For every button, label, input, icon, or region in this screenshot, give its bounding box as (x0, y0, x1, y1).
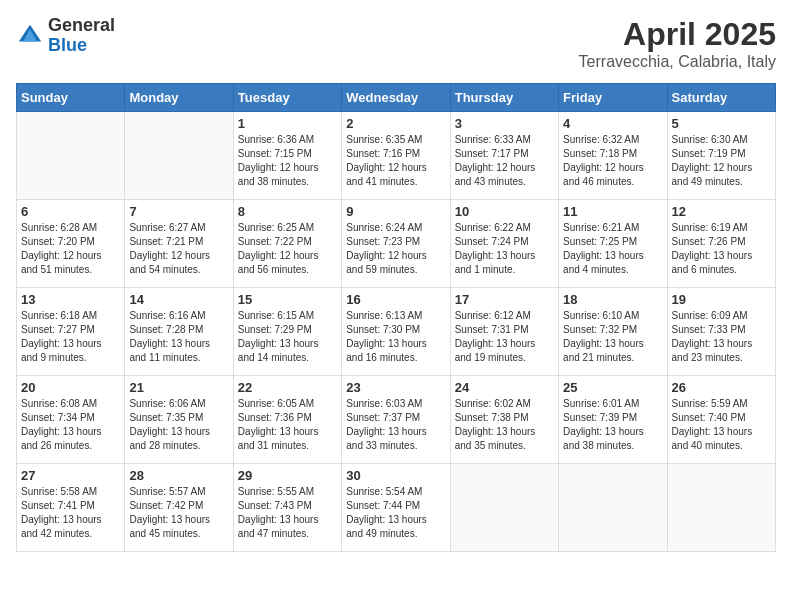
calendar-cell: 6Sunrise: 6:28 AM Sunset: 7:20 PM Daylig… (17, 200, 125, 288)
logo-text: General Blue (48, 16, 115, 56)
logo: General Blue (16, 16, 115, 56)
calendar-cell: 16Sunrise: 6:13 AM Sunset: 7:30 PM Dayli… (342, 288, 450, 376)
day-info: Sunrise: 6:10 AM Sunset: 7:32 PM Dayligh… (563, 309, 662, 365)
calendar-cell: 9Sunrise: 6:24 AM Sunset: 7:23 PM Daylig… (342, 200, 450, 288)
calendar-cell: 24Sunrise: 6:02 AM Sunset: 7:38 PM Dayli… (450, 376, 558, 464)
day-info: Sunrise: 6:16 AM Sunset: 7:28 PM Dayligh… (129, 309, 228, 365)
calendar-cell: 30Sunrise: 5:54 AM Sunset: 7:44 PM Dayli… (342, 464, 450, 552)
calendar-cell: 21Sunrise: 6:06 AM Sunset: 7:35 PM Dayli… (125, 376, 233, 464)
day-number: 20 (21, 380, 120, 395)
calendar-cell: 18Sunrise: 6:10 AM Sunset: 7:32 PM Dayli… (559, 288, 667, 376)
day-number: 1 (238, 116, 337, 131)
calendar-header-sunday: Sunday (17, 84, 125, 112)
calendar-cell: 8Sunrise: 6:25 AM Sunset: 7:22 PM Daylig… (233, 200, 341, 288)
day-number: 6 (21, 204, 120, 219)
calendar-cell: 19Sunrise: 6:09 AM Sunset: 7:33 PM Dayli… (667, 288, 775, 376)
calendar-cell: 25Sunrise: 6:01 AM Sunset: 7:39 PM Dayli… (559, 376, 667, 464)
day-number: 25 (563, 380, 662, 395)
day-info: Sunrise: 6:05 AM Sunset: 7:36 PM Dayligh… (238, 397, 337, 453)
calendar-cell: 7Sunrise: 6:27 AM Sunset: 7:21 PM Daylig… (125, 200, 233, 288)
day-info: Sunrise: 6:09 AM Sunset: 7:33 PM Dayligh… (672, 309, 771, 365)
calendar-cell: 20Sunrise: 6:08 AM Sunset: 7:34 PM Dayli… (17, 376, 125, 464)
day-number: 12 (672, 204, 771, 219)
title-area: April 2025 Terravecchia, Calabria, Italy (579, 16, 776, 71)
calendar-cell: 17Sunrise: 6:12 AM Sunset: 7:31 PM Dayli… (450, 288, 558, 376)
day-number: 10 (455, 204, 554, 219)
calendar-cell: 26Sunrise: 5:59 AM Sunset: 7:40 PM Dayli… (667, 376, 775, 464)
calendar-cell: 1Sunrise: 6:36 AM Sunset: 7:15 PM Daylig… (233, 112, 341, 200)
day-number: 14 (129, 292, 228, 307)
day-info: Sunrise: 6:24 AM Sunset: 7:23 PM Dayligh… (346, 221, 445, 277)
month-title: April 2025 (579, 16, 776, 53)
calendar-header-tuesday: Tuesday (233, 84, 341, 112)
calendar-header-friday: Friday (559, 84, 667, 112)
day-info: Sunrise: 6:18 AM Sunset: 7:27 PM Dayligh… (21, 309, 120, 365)
day-info: Sunrise: 6:35 AM Sunset: 7:16 PM Dayligh… (346, 133, 445, 189)
day-number: 11 (563, 204, 662, 219)
week-row-5: 27Sunrise: 5:58 AM Sunset: 7:41 PM Dayli… (17, 464, 776, 552)
day-number: 26 (672, 380, 771, 395)
day-info: Sunrise: 6:01 AM Sunset: 7:39 PM Dayligh… (563, 397, 662, 453)
day-info: Sunrise: 5:57 AM Sunset: 7:42 PM Dayligh… (129, 485, 228, 541)
logo-blue-text: Blue (48, 36, 115, 56)
calendar-header-thursday: Thursday (450, 84, 558, 112)
day-number: 30 (346, 468, 445, 483)
day-info: Sunrise: 6:32 AM Sunset: 7:18 PM Dayligh… (563, 133, 662, 189)
day-number: 9 (346, 204, 445, 219)
day-number: 22 (238, 380, 337, 395)
day-number: 17 (455, 292, 554, 307)
day-info: Sunrise: 6:19 AM Sunset: 7:26 PM Dayligh… (672, 221, 771, 277)
calendar-header-wednesday: Wednesday (342, 84, 450, 112)
day-number: 24 (455, 380, 554, 395)
calendar-cell: 22Sunrise: 6:05 AM Sunset: 7:36 PM Dayli… (233, 376, 341, 464)
day-info: Sunrise: 6:08 AM Sunset: 7:34 PM Dayligh… (21, 397, 120, 453)
day-info: Sunrise: 5:59 AM Sunset: 7:40 PM Dayligh… (672, 397, 771, 453)
logo-icon (16, 22, 44, 50)
day-info: Sunrise: 5:55 AM Sunset: 7:43 PM Dayligh… (238, 485, 337, 541)
calendar-cell: 15Sunrise: 6:15 AM Sunset: 7:29 PM Dayli… (233, 288, 341, 376)
calendar-cell (17, 112, 125, 200)
week-row-3: 13Sunrise: 6:18 AM Sunset: 7:27 PM Dayli… (17, 288, 776, 376)
day-info: Sunrise: 6:06 AM Sunset: 7:35 PM Dayligh… (129, 397, 228, 453)
day-info: Sunrise: 6:03 AM Sunset: 7:37 PM Dayligh… (346, 397, 445, 453)
day-number: 7 (129, 204, 228, 219)
day-info: Sunrise: 5:58 AM Sunset: 7:41 PM Dayligh… (21, 485, 120, 541)
calendar-header-saturday: Saturday (667, 84, 775, 112)
calendar-cell: 13Sunrise: 6:18 AM Sunset: 7:27 PM Dayli… (17, 288, 125, 376)
day-number: 19 (672, 292, 771, 307)
day-number: 18 (563, 292, 662, 307)
day-number: 13 (21, 292, 120, 307)
day-info: Sunrise: 6:30 AM Sunset: 7:19 PM Dayligh… (672, 133, 771, 189)
calendar-table: SundayMondayTuesdayWednesdayThursdayFrid… (16, 83, 776, 552)
day-number: 2 (346, 116, 445, 131)
day-info: Sunrise: 6:25 AM Sunset: 7:22 PM Dayligh… (238, 221, 337, 277)
calendar-header-row: SundayMondayTuesdayWednesdayThursdayFrid… (17, 84, 776, 112)
calendar-cell: 12Sunrise: 6:19 AM Sunset: 7:26 PM Dayli… (667, 200, 775, 288)
calendar-cell: 28Sunrise: 5:57 AM Sunset: 7:42 PM Dayli… (125, 464, 233, 552)
week-row-1: 1Sunrise: 6:36 AM Sunset: 7:15 PM Daylig… (17, 112, 776, 200)
day-info: Sunrise: 6:36 AM Sunset: 7:15 PM Dayligh… (238, 133, 337, 189)
calendar-cell: 14Sunrise: 6:16 AM Sunset: 7:28 PM Dayli… (125, 288, 233, 376)
day-number: 16 (346, 292, 445, 307)
day-info: Sunrise: 6:33 AM Sunset: 7:17 PM Dayligh… (455, 133, 554, 189)
calendar-cell: 11Sunrise: 6:21 AM Sunset: 7:25 PM Dayli… (559, 200, 667, 288)
day-number: 21 (129, 380, 228, 395)
day-info: Sunrise: 6:02 AM Sunset: 7:38 PM Dayligh… (455, 397, 554, 453)
day-info: Sunrise: 6:28 AM Sunset: 7:20 PM Dayligh… (21, 221, 120, 277)
calendar-cell (667, 464, 775, 552)
calendar-cell: 4Sunrise: 6:32 AM Sunset: 7:18 PM Daylig… (559, 112, 667, 200)
header: General Blue April 2025 Terravecchia, Ca… (16, 16, 776, 71)
calendar-cell: 2Sunrise: 6:35 AM Sunset: 7:16 PM Daylig… (342, 112, 450, 200)
week-row-2: 6Sunrise: 6:28 AM Sunset: 7:20 PM Daylig… (17, 200, 776, 288)
day-info: Sunrise: 6:21 AM Sunset: 7:25 PM Dayligh… (563, 221, 662, 277)
logo-general-text: General (48, 16, 115, 36)
day-info: Sunrise: 6:12 AM Sunset: 7:31 PM Dayligh… (455, 309, 554, 365)
calendar-cell: 23Sunrise: 6:03 AM Sunset: 7:37 PM Dayli… (342, 376, 450, 464)
calendar-cell: 29Sunrise: 5:55 AM Sunset: 7:43 PM Dayli… (233, 464, 341, 552)
day-number: 27 (21, 468, 120, 483)
location-title: Terravecchia, Calabria, Italy (579, 53, 776, 71)
day-number: 29 (238, 468, 337, 483)
day-info: Sunrise: 6:22 AM Sunset: 7:24 PM Dayligh… (455, 221, 554, 277)
calendar-header-monday: Monday (125, 84, 233, 112)
day-info: Sunrise: 5:54 AM Sunset: 7:44 PM Dayligh… (346, 485, 445, 541)
